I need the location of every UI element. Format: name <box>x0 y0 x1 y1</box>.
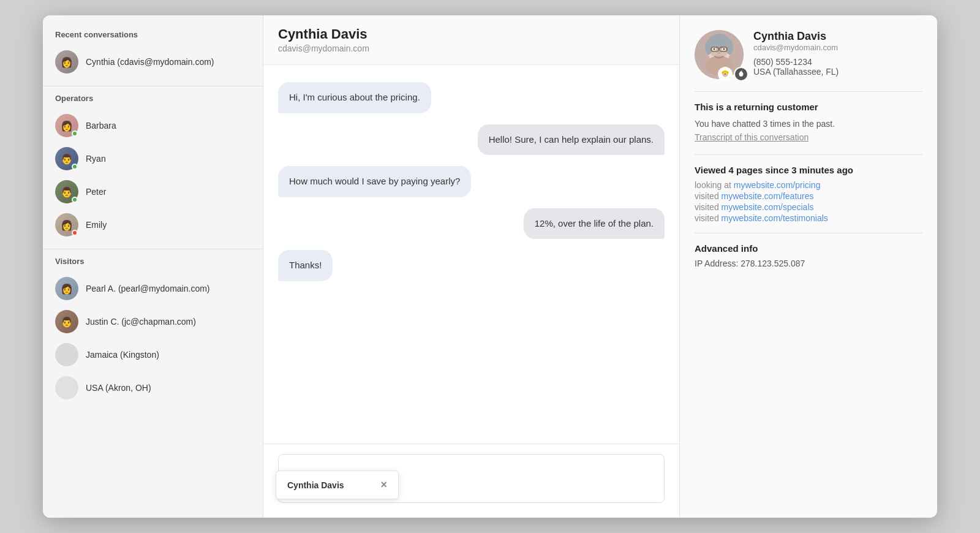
sidebar-item-name: Barbara <box>86 121 116 130</box>
message-bubble: 12%, over the life of the plan. <box>524 208 665 240</box>
sidebar-item-name: Cynthia (cdavis@mydomain.com) <box>86 57 214 67</box>
right-panel: Cynthia Davis cdavis@mydomain.com (850) … <box>680 15 937 518</box>
sidebar-item-name: Pearl A. (pearl@mydomain.com) <box>86 284 210 293</box>
sidebar-item-barbara[interactable]: 👩 Barbara <box>43 109 263 142</box>
sidebar: Recent conversations 👩 Cynthia (cdavis@m… <box>43 15 263 518</box>
visit-label: looking at <box>695 180 731 190</box>
sidebar-item-ryan[interactable]: 👨 Ryan <box>43 142 263 175</box>
status-dot <box>72 130 78 137</box>
customer-avatar-wrap <box>695 30 744 79</box>
sidebar-item-emily[interactable]: 👩 Emily <box>43 208 263 241</box>
message-bubble: Thanks! <box>278 250 333 281</box>
advanced-info-heading: Advanced info <box>695 243 922 254</box>
avatar: 👨 <box>55 310 78 333</box>
browser-icons <box>718 67 748 81</box>
page-visit-row: visited mywebsite.com/testimonials <box>695 213 922 223</box>
pages-list: looking at mywebsite.com/pricing visited… <box>695 180 922 223</box>
status-dot <box>72 164 78 170</box>
customer-name: Cynthia Davis <box>753 30 922 43</box>
returning-customer-heading: This is a returning customer <box>695 102 922 112</box>
visit-url[interactable]: mywebsite.com/features <box>722 191 814 201</box>
customer-email: cdavis@mydomain.com <box>753 43 922 52</box>
sidebar-divider <box>43 249 263 249</box>
avatar: 👩 <box>55 50 78 74</box>
avatar-wrap: 👨 <box>55 147 78 170</box>
chat-messages: Hi, I'm curious about the pricing. Hello… <box>263 65 679 444</box>
divider <box>695 233 922 233</box>
svg-point-6 <box>726 40 733 55</box>
message-bubble: Hello! Sure, I can help explain our plan… <box>478 124 665 156</box>
sidebar-divider <box>43 86 263 86</box>
sidebar-item-peter[interactable]: 👨 Peter <box>43 175 263 208</box>
avatar-wrap: 👩 <box>55 213 78 236</box>
visit-label: visited <box>695 191 719 201</box>
apple-icon <box>734 67 748 81</box>
avatar-wrap: 👩 <box>55 50 78 74</box>
avatar-wrap: 👨 <box>55 310 78 333</box>
status-dot <box>72 197 78 203</box>
avatar-wrap: 👨 <box>55 180 78 203</box>
notification-close-button[interactable]: × <box>381 478 388 491</box>
chat-panel: Cynthia Davis cdavis@mydomain.com Hi, I'… <box>263 15 680 518</box>
sidebar-item-pearl[interactable]: 👩 Pearl A. (pearl@mydomain.com) <box>43 272 263 305</box>
chrome-icon <box>718 67 733 81</box>
pages-viewed-heading: Viewed 4 pages since 3 minutes ago <box>695 165 922 175</box>
chat-header-email: cdavis@mydomain.com <box>278 43 665 53</box>
page-visit-row: visited mywebsite.com/features <box>695 191 922 201</box>
notification-bar: Cynthia Davis × <box>276 471 399 499</box>
returning-customer-text: You have chatted 3 times in the past. Tr… <box>695 117 922 145</box>
svg-point-8 <box>714 48 715 50</box>
visit-label: visited <box>695 213 719 223</box>
svg-point-14 <box>718 51 720 55</box>
svg-point-10 <box>723 48 725 50</box>
customer-location: USA (Tallahassee, FL) <box>753 67 922 77</box>
page-visit-row: looking at mywebsite.com/pricing <box>695 180 922 190</box>
sidebar-item-name: Emily <box>86 220 107 230</box>
visit-label: visited <box>695 202 719 212</box>
sidebar-item-usa-akron[interactable]: USA (Akron, OH) <box>43 371 263 404</box>
avatar-wrap <box>55 376 78 399</box>
sidebar-item-name: Jamaica (Kingston) <box>86 350 159 360</box>
sidebar-item-jamaica[interactable]: Jamaica (Kingston) <box>43 338 263 371</box>
sidebar-item-name: Peter <box>86 187 106 197</box>
visit-url[interactable]: mywebsite.com/testimonials <box>722 213 828 223</box>
sidebar-item-name: Ryan <box>86 154 106 164</box>
svg-point-18 <box>724 73 726 75</box>
avatar <box>55 343 78 366</box>
message-bubble: How much would I save by paying yearly? <box>278 166 471 197</box>
notification-name: Cynthia Davis <box>287 480 344 490</box>
visitors-label: Visitors <box>43 257 263 272</box>
customer-header: Cynthia Davis cdavis@mydomain.com (850) … <box>695 30 922 79</box>
avatar-wrap: 👩 <box>55 114 78 137</box>
visit-url[interactable]: mywebsite.com/specials <box>722 202 814 212</box>
message-bubble: Hi, I'm curious about the pricing. <box>278 82 431 113</box>
avatar-wrap <box>55 343 78 366</box>
avatar <box>55 376 78 399</box>
avatar: 👩 <box>55 277 78 300</box>
recent-conversations-label: Recent conversations <box>43 30 263 45</box>
transcript-link[interactable]: Transcript of this conversation <box>695 132 809 142</box>
sidebar-item-justin[interactable]: 👨 Justin C. (jc@chapman.com) <box>43 305 263 338</box>
avatar-wrap: 👩 <box>55 277 78 300</box>
chat-header-name: Cynthia Davis <box>278 26 665 42</box>
sidebar-item-name: Justin C. (jc@chapman.com) <box>86 317 196 327</box>
customer-phone: (850) 555-1234 <box>753 57 922 67</box>
operators-label: Operators <box>43 94 263 109</box>
ip-address: IP Address: 278.123.525.087 <box>695 259 922 268</box>
page-visit-row: visited mywebsite.com/specials <box>695 202 922 212</box>
status-dot <box>72 230 78 236</box>
sidebar-item-cynthia[interactable]: 👩 Cynthia (cdavis@mydomain.com) <box>43 45 263 78</box>
chat-header: Cynthia Davis cdavis@mydomain.com <box>263 15 679 65</box>
sidebar-item-name: USA (Akron, OH) <box>86 383 151 393</box>
svg-point-5 <box>705 40 712 55</box>
visit-url[interactable]: mywebsite.com/pricing <box>734 180 821 190</box>
divider <box>695 154 922 155</box>
divider <box>695 91 922 92</box>
customer-info: Cynthia Davis cdavis@mydomain.com (850) … <box>753 30 922 77</box>
